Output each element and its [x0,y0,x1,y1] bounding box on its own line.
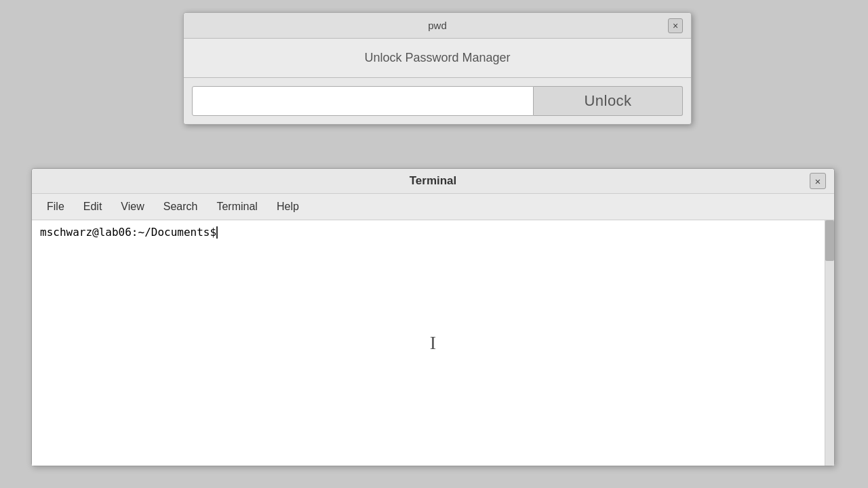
menu-help[interactable]: Help [269,198,307,216]
pwd-unlock-button[interactable]: Unlock [534,86,683,116]
terminal-close-button[interactable]: × [810,173,826,189]
terminal-text-cursor-indicator: I [430,332,436,354]
pwd-password-input[interactable] [192,86,534,116]
terminal-scrollbar[interactable] [825,220,834,466]
terminal-title: Terminal [410,174,457,188]
pwd-title: pwd [428,20,447,31]
pwd-input-row: Unlock [184,78,691,124]
terminal-menubar: File Edit View Search Terminal Help [32,194,834,220]
menu-view[interactable]: View [113,198,152,216]
terminal-titlebar: Terminal × [32,169,834,194]
menu-edit[interactable]: Edit [75,198,111,216]
pwd-subtitle: Unlock Password Manager [184,39,691,78]
menu-terminal[interactable]: Terminal [208,198,265,216]
terminal-content[interactable]: mschwarz@lab06:~/Documents$ I [32,220,834,466]
terminal-scrollbar-thumb[interactable] [825,220,834,261]
pwd-titlebar: pwd × [184,13,691,39]
terminal-cursor [216,226,218,239]
menu-search[interactable]: Search [155,198,206,216]
terminal-prompt: mschwarz@lab06:~/Documents$ [40,226,826,239]
menu-file[interactable]: File [39,198,73,216]
pwd-dialog: pwd × Unlock Password Manager Unlock [183,12,692,125]
pwd-close-button[interactable]: × [668,18,683,33]
terminal-window: Terminal × File Edit View Search Termina… [31,168,835,466]
